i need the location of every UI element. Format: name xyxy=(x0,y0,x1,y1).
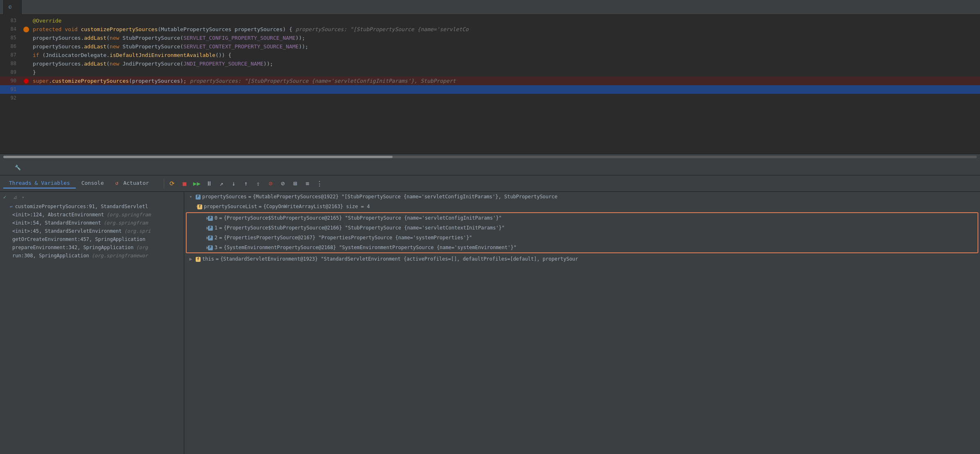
tab-threads-variables[interactable]: Threads & Variables xyxy=(3,178,76,188)
toolbar-separator xyxy=(164,179,164,188)
horizontal-scrollbar[interactable] xyxy=(0,154,980,160)
var-icon: P xyxy=(208,235,213,241)
variable-row[interactable]: ▶P1 = {PropertySource$StubPropertySource… xyxy=(187,223,978,233)
more-button[interactable]: ⋮ xyxy=(314,178,325,189)
frame-hint: (org.springframewor xyxy=(92,253,148,259)
frame-text: <init>:45, StandardServletEnvironment xyxy=(12,228,122,234)
application-tab[interactable]: 🔧 xyxy=(10,163,31,172)
line-number: 89 xyxy=(0,68,21,77)
line-indicator xyxy=(21,51,31,59)
step-into-button[interactable]: ↓ xyxy=(228,178,239,189)
variable-name: propertySourceList xyxy=(204,204,257,209)
code-line: 86 propertySources.addLast(new StubPrope… xyxy=(0,42,980,51)
stop-button[interactable]: ■ xyxy=(179,178,190,189)
line-indicator xyxy=(21,59,31,68)
threads-variables-label: Threads & Variables xyxy=(9,180,70,186)
debug-tab-bar: 🔧 xyxy=(0,160,980,175)
tab-console[interactable]: Console xyxy=(76,178,110,188)
frame-text: prepareEnvironment:342, SpringApplicatio… xyxy=(12,245,133,250)
pause-button[interactable]: ⏸ xyxy=(203,178,215,189)
variable-name: propertySources xyxy=(202,194,246,200)
line-indicator xyxy=(21,77,31,85)
frame-text: run:308, SpringApplication xyxy=(12,253,89,259)
stack-frame-item[interactable]: <init>:45, StandardServletEnvironment (o… xyxy=(0,227,184,235)
var-icon: P xyxy=(208,225,213,231)
line-number: 83 xyxy=(0,16,21,25)
thread-check-icon: ✓ xyxy=(3,194,6,200)
drop-frame-button[interactable]: ⇪ xyxy=(253,178,264,189)
stack-frames: ↩customizePropertySources:91, StandardSe… xyxy=(0,202,184,260)
code-line: 89 } xyxy=(0,68,980,77)
variable-toggle[interactable]: ▶ xyxy=(190,215,206,221)
frame-hint: (org.springfram xyxy=(106,212,151,218)
line-content xyxy=(31,85,980,94)
resume-button[interactable]: ▶▶ xyxy=(191,178,203,189)
variable-row[interactable]: ▾PpropertySources = {MutablePropertySour… xyxy=(184,192,980,202)
stack-frame-item[interactable]: <init>:54, StandardEnvironment (org.spri… xyxy=(0,219,184,227)
scrollbar-thumb[interactable] xyxy=(3,156,393,158)
frame-text: <init>:124, AbstractEnvironment xyxy=(12,212,104,218)
clear-all-button[interactable]: ⊘ xyxy=(277,178,289,189)
line-number: 92 xyxy=(0,94,21,102)
line-content xyxy=(31,94,980,102)
variables-list: ▾PpropertySources = {MutablePropertySour… xyxy=(184,192,980,264)
filter-button[interactable]: ⊿ xyxy=(11,193,19,201)
variable-name: 0 xyxy=(215,215,217,221)
variable-toggle[interactable]: ▶ xyxy=(190,225,206,231)
line-content: } xyxy=(31,68,980,77)
variable-row[interactable]: ▶fthis = {StandardServletEnvironment@192… xyxy=(184,254,980,264)
line-content: propertySources.addLast(new JndiProperty… xyxy=(31,59,980,68)
code-lines: 83 @Override84 protected void customizeP… xyxy=(0,15,980,104)
stack-frame-item[interactable]: run:308, SpringApplication (org.springfr… xyxy=(0,252,184,260)
stack-frame-item[interactable]: prepareEnvironment:342, SpringApplicatio… xyxy=(0,243,184,252)
line-content: propertySources.addLast(new StubProperty… xyxy=(31,34,980,42)
line-number: 85 xyxy=(0,34,21,42)
variable-row[interactable]: ▾fpropertySourceList = {CopyOnWriteArray… xyxy=(184,202,980,211)
variable-value: {StandardServletEnvironment@1923} "Stand… xyxy=(220,256,578,262)
step-out-button[interactable]: ↑ xyxy=(240,178,252,189)
dropdown-arrow-icon[interactable]: ▾ xyxy=(22,195,24,200)
line-content: super.customizePropertySources(propertyS… xyxy=(31,77,980,85)
file-tab[interactable]: © xyxy=(3,0,22,15)
variable-toggle[interactable]: ▶ xyxy=(190,235,206,241)
memory-button[interactable]: ≡ xyxy=(302,178,313,189)
variable-row[interactable]: ▶P2 = {PropertiesPropertySource@2167} "P… xyxy=(187,233,978,243)
scrollbar-track[interactable] xyxy=(3,156,977,158)
variable-toggle[interactable]: ▶ xyxy=(190,245,206,250)
line-number: 84 xyxy=(0,25,21,34)
line-content: protected void customizePropertySources(… xyxy=(31,25,980,34)
line-number: 91 xyxy=(0,85,21,94)
watch-button[interactable]: ⊞ xyxy=(289,178,301,189)
variable-value: {SystemEnvironmentPropertySource@2168} "… xyxy=(224,245,516,250)
var-icon: P xyxy=(208,216,213,221)
code-line: 92 xyxy=(0,94,980,102)
variable-toggle[interactable]: ▶ xyxy=(187,256,194,262)
rerun-button[interactable]: ⟳ xyxy=(167,178,178,189)
stack-frame-item[interactable]: <init>:124, AbstractEnvironment (org.spr… xyxy=(0,211,184,219)
line-indicator xyxy=(21,85,31,94)
line-indicator xyxy=(21,16,31,25)
variable-value: {PropertySource$StubPropertySource@2166}… xyxy=(224,225,504,231)
variable-equals: = xyxy=(219,235,222,241)
line-indicator xyxy=(21,34,31,42)
frame-arrow-icon: ↩ xyxy=(10,204,13,209)
tab-actuator[interactable]: ↺ Actuator xyxy=(110,178,155,188)
java-file-icon: © xyxy=(9,5,11,10)
variable-value: {CopyOnWriteArrayList@2163} size = 4 xyxy=(263,204,370,209)
line-number: 86 xyxy=(0,42,21,51)
variable-name: 1 xyxy=(215,225,217,231)
code-line: 91 xyxy=(0,85,980,94)
stack-frame-item[interactable]: getOrCreateEnvironment:457, SpringApplic… xyxy=(0,235,184,243)
variable-row[interactable]: ▶P3 = {SystemEnvironmentPropertySource@2… xyxy=(187,243,978,252)
mute-bp-button[interactable]: ⊘ xyxy=(265,178,276,189)
toolbar-tab-group: Threads & Variables Console ↺ Actuator xyxy=(3,178,155,188)
highlight-box: ▶P0 = {PropertySource$StubPropertySource… xyxy=(186,212,978,253)
field-icon: f xyxy=(197,204,202,209)
variables-panel: ▾PpropertySources = {MutablePropertySour… xyxy=(184,192,980,454)
variable-toggle[interactable]: ▾ xyxy=(187,194,194,200)
thread-item[interactable]: ✓ ⊿ ▾ xyxy=(0,192,184,202)
stack-frame-item[interactable]: ↩customizePropertySources:91, StandardSe… xyxy=(0,202,184,211)
variable-row[interactable]: ▶P0 = {PropertySource$StubPropertySource… xyxy=(187,213,978,223)
step-over-button[interactable]: ↗ xyxy=(216,178,227,189)
variable-toggle[interactable]: ▾ xyxy=(187,204,196,209)
